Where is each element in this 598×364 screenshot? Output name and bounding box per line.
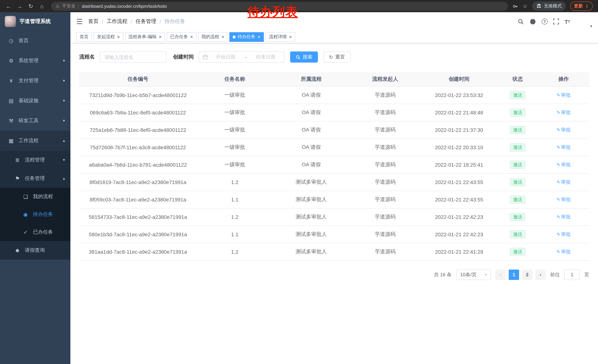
- next-page-button[interactable]: ›: [535, 269, 546, 280]
- process-mgmt-icon: ≣: [14, 157, 21, 163]
- workflow-icon: ▦: [8, 138, 15, 144]
- approve-link[interactable]: ✎审批: [556, 127, 571, 132]
- sidebar-item-label: 待办任务: [33, 211, 53, 218]
- tab-close-icon[interactable]: ×: [159, 34, 162, 39]
- key-icon[interactable]: [512, 3, 518, 9]
- tab-我的流程[interactable]: 我的流程×: [198, 32, 228, 42]
- url-text[interactable]: dashboard.yudao.iocoder.cn/bpm/task/todo: [82, 4, 167, 9]
- tab-close-icon[interactable]: ×: [117, 34, 120, 39]
- main-panel: ☰ 首页/工作流程/任务管理/待办任务 ?: [70, 12, 598, 364]
- approve-link[interactable]: ✎审批: [556, 92, 571, 97]
- tab-label: 待办任务: [238, 34, 256, 40]
- start-date-placeholder[interactable]: 开始日期: [211, 54, 241, 60]
- tab-close-icon[interactable]: ×: [190, 34, 193, 39]
- search-icon[interactable]: [517, 18, 524, 25]
- approve-link[interactable]: ✎审批: [556, 214, 571, 219]
- sidebar-item-home[interactable]: ◷首页: [0, 31, 70, 51]
- breadcrumb-item[interactable]: 首页: [88, 18, 99, 25]
- table-row: 580e1b3d-7ac8-11ec-a9e2-a2380e71991a1.1测…: [79, 226, 589, 243]
- sidebar-item-label: 任务管理: [25, 175, 45, 182]
- date-range-picker[interactable]: 开始日期 - 结束日期: [199, 51, 284, 63]
- reload-icon[interactable]: ↻: [26, 1, 36, 11]
- cell-task-name: 1.2: [197, 208, 273, 226]
- approve-link[interactable]: ✎审批: [556, 231, 571, 237]
- tab-close-icon[interactable]: ×: [289, 34, 292, 39]
- sidebar-item-leave-query[interactable]: ☻请假查询: [0, 241, 70, 259]
- url-divider: |: [78, 4, 79, 9]
- refresh-icon: ↻: [329, 54, 333, 60]
- sidebar-item-done-task[interactable]: ✓已办任务: [0, 223, 70, 241]
- cell-task-name: 一级审批: [197, 104, 273, 121]
- tab-label: 已办任务: [170, 34, 188, 40]
- home-icon[interactable]: ⌂: [37, 1, 47, 11]
- page-button-1[interactable]: 1: [509, 269, 519, 280]
- sidebar-item-process-mgmt[interactable]: ≣流程管理▼: [0, 151, 70, 169]
- bookmark-star-icon[interactable]: ☆: [523, 3, 528, 9]
- help-icon[interactable]: ?: [541, 18, 548, 24]
- tab-close-icon[interactable]: ×: [222, 34, 224, 39]
- page-size-select[interactable]: 10条/页 ▼: [456, 269, 491, 280]
- cell-task-id: 58154733-7ac8-11ec-a9e2-a2380e71991a: [79, 208, 197, 226]
- forward-icon[interactable]: →: [15, 1, 25, 11]
- tab-close-icon[interactable]: ×: [258, 34, 260, 39]
- sidebar-item-payment[interactable]: ¥支付管理▼: [0, 71, 70, 91]
- back-icon[interactable]: ←: [4, 1, 13, 11]
- approve-link[interactable]: ✎审批: [556, 179, 571, 185]
- process-name-input[interactable]: [100, 51, 166, 63]
- sidebar-item-label: 基础设施: [18, 97, 39, 104]
- column-header: 创建时间: [421, 72, 498, 86]
- sidebar-item-my-process[interactable]: ❏我的流程: [0, 188, 70, 205]
- user-avatar[interactable]: ▼: [577, 16, 592, 27]
- incognito-icon: [536, 3, 542, 9]
- cell-create-time: 2022-01-21 22:43:55: [421, 191, 498, 208]
- approve-link[interactable]: ✎审批: [556, 144, 571, 150]
- tab-流程详情[interactable]: 流程详情×: [266, 32, 295, 42]
- tab-流程表单-编辑[interactable]: 流程表单-编辑×: [125, 32, 165, 42]
- page-root: ← → ↻ ⌂ ⚠ 不安全 | dashboard.yudao.iocoder.…: [0, 0, 598, 364]
- app-logo[interactable]: 芋道管理系统: [0, 12, 70, 31]
- hamburger-icon[interactable]: ☰: [76, 18, 83, 25]
- security-label[interactable]: 不安全: [62, 3, 75, 9]
- sidebar-item-system[interactable]: ⚙系统管理▼: [0, 51, 70, 71]
- goto-page-input[interactable]: [564, 269, 580, 280]
- sidebar-item-task-mgmt[interactable]: ⚑任务管理▲: [0, 169, 70, 188]
- page-button-2[interactable]: 2: [522, 269, 532, 280]
- tab-发起流程[interactable]: 发起流程×: [94, 32, 123, 42]
- status-badge: 激活: [510, 161, 526, 169]
- sidebar-item-label: 研发工具: [18, 117, 39, 124]
- tab-已办任务[interactable]: 已办任务×: [167, 32, 196, 42]
- sidebar-item-workflow[interactable]: ▦工作流程▲: [0, 131, 70, 151]
- sidebar-item-label: 流程管理: [25, 157, 45, 163]
- github-icon[interactable]: [529, 18, 536, 25]
- cell-process: 测试多审批人: [273, 208, 349, 226]
- search-button[interactable]: 搜索: [290, 51, 318, 63]
- fullscreen-icon[interactable]: [553, 18, 559, 24]
- cell-process: OA 请假: [273, 156, 349, 173]
- end-date-placeholder[interactable]: 结束日期: [251, 54, 281, 60]
- kebab-menu-icon[interactable]: ⋮: [585, 4, 589, 9]
- tab-待办任务[interactable]: 待办任务×: [230, 32, 264, 42]
- approve-link[interactable]: ✎审批: [556, 162, 571, 167]
- breadcrumb-item[interactable]: 工作流程: [107, 18, 127, 25]
- sidebar-item-todo-task[interactable]: ◉待办任务: [0, 205, 70, 223]
- breadcrumb-separator: /: [160, 18, 161, 24]
- approve-link[interactable]: ✎审批: [556, 109, 571, 115]
- font-size-icon[interactable]: TT: [565, 18, 570, 25]
- sidebar-item-infrastructure[interactable]: ▤基础设施▼: [0, 91, 70, 111]
- calendar-icon: [203, 54, 208, 60]
- reset-button[interactable]: ↻ 重置: [324, 51, 350, 63]
- sidebar-item-label: 系统管理: [18, 57, 39, 64]
- tab-首页[interactable]: 首页: [76, 32, 92, 42]
- approve-link[interactable]: ✎审批: [556, 196, 571, 202]
- sidebar-item-devtools[interactable]: ⚒研发工具▼: [0, 111, 70, 131]
- prev-page-button[interactable]: ‹: [495, 269, 506, 280]
- breadcrumb-item[interactable]: 任务管理: [136, 18, 156, 25]
- cell-task-id: 580e1b3d-7ac8-11ec-a9e2-a2380e71991a: [79, 226, 197, 243]
- browser-update-button[interactable]: 更新 ⋮: [570, 1, 593, 11]
- todo-icon: ◉: [22, 211, 29, 217]
- approve-link[interactable]: ✎审批: [556, 249, 571, 254]
- active-tab-dot: [233, 35, 236, 38]
- cell-task-name: 1.2: [197, 173, 273, 191]
- column-header: 任务名称: [197, 72, 273, 86]
- status-badge: 激活: [510, 213, 526, 221]
